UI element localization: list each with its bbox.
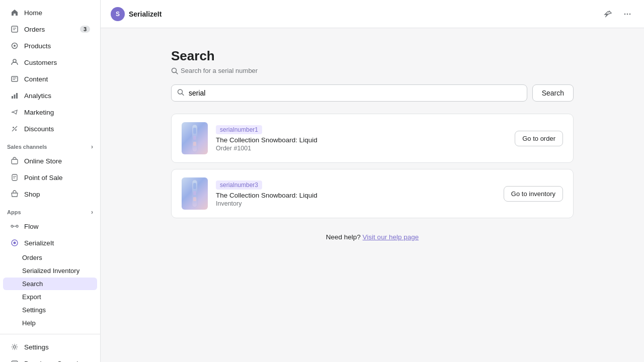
svg-rect-11 bbox=[16, 93, 18, 99]
sidebar-item-orders[interactable]: Orders 3 bbox=[3, 21, 97, 37]
svg-point-24 bbox=[14, 346, 16, 348]
sidebar: Home Orders 3 Products Customers Conte bbox=[0, 0, 101, 362]
page-subtitle: Search for a serial number bbox=[171, 67, 574, 74]
apps-chevron[interactable]: › bbox=[91, 209, 93, 216]
svg-point-5 bbox=[13, 59, 16, 62]
products-icon bbox=[10, 41, 19, 50]
result-meta-1: Order #1001 bbox=[216, 145, 507, 152]
pin-button[interactable] bbox=[602, 8, 615, 21]
result-card-2: serialnumber3 The Collection Snowboard: … bbox=[171, 169, 574, 218]
more-options-button[interactable] bbox=[621, 8, 634, 21]
result-info-1: serialnumber1 The Collection Snowboard: … bbox=[216, 125, 507, 152]
content-icon bbox=[10, 74, 19, 83]
result-info-2: serialnumber3 The Collection Snowboard: … bbox=[216, 180, 496, 207]
svg-rect-42 bbox=[193, 183, 196, 189]
svg-rect-43 bbox=[193, 191, 196, 195]
sidebar-item-online-store[interactable]: Online Store bbox=[3, 153, 97, 169]
subtitle-search-icon bbox=[171, 67, 178, 74]
sub-item-help[interactable]: Help bbox=[3, 317, 97, 329]
svg-point-19 bbox=[11, 225, 13, 227]
marketing-icon bbox=[10, 108, 19, 117]
discounts-icon bbox=[10, 124, 19, 133]
svg-rect-9 bbox=[12, 96, 13, 99]
product-name-1: The Collection Snowboard: Liquid bbox=[216, 136, 507, 144]
sidebar-item-serializeit[interactable]: SerializeIt bbox=[3, 235, 97, 251]
sub-item-orders[interactable]: Orders bbox=[3, 251, 97, 264]
apps-section: Apps › bbox=[0, 203, 100, 218]
search-row: Search bbox=[171, 84, 574, 102]
sidebar-item-developer-console[interactable]: Developer Console bbox=[3, 355, 97, 362]
svg-point-23 bbox=[14, 242, 16, 244]
sidebar-item-analytics[interactable]: Analytics bbox=[3, 87, 97, 104]
serial-badge-2: serialnumber3 bbox=[216, 180, 262, 190]
svg-rect-37 bbox=[193, 128, 196, 134]
result-card-1: serialnumber1 The Collection Snowboard: … bbox=[171, 114, 574, 163]
home-icon bbox=[10, 8, 19, 17]
sales-channels-section: Sales channels › bbox=[0, 137, 100, 152]
orders-badge: 3 bbox=[80, 26, 90, 33]
customers-icon bbox=[10, 58, 19, 67]
search-input[interactable] bbox=[171, 84, 527, 102]
sidebar-item-settings-footer[interactable]: Settings bbox=[3, 339, 97, 355]
sub-item-search[interactable]: Search bbox=[3, 278, 97, 290]
help-section: Need help? Visit our help page bbox=[171, 233, 574, 241]
svg-rect-38 bbox=[193, 136, 196, 140]
topbar: S SerializeIt bbox=[101, 0, 644, 28]
topbar-app-icon: S bbox=[111, 7, 125, 21]
sub-item-serialized-inventory[interactable]: Serialized Inventory bbox=[3, 264, 97, 277]
sub-item-settings[interactable]: Settings bbox=[3, 304, 97, 316]
svg-rect-10 bbox=[14, 95, 16, 99]
sidebar-item-discounts[interactable]: Discounts bbox=[3, 121, 97, 137]
serializeit-icon bbox=[10, 238, 19, 247]
svg-line-27 bbox=[605, 16, 607, 17]
topbar-title: SerializeIt bbox=[129, 10, 162, 18]
svg-line-34 bbox=[182, 94, 184, 96]
go-to-inventory-button[interactable]: Go to inventory bbox=[504, 186, 563, 202]
flow-icon bbox=[10, 222, 19, 231]
sidebar-item-content[interactable]: Content bbox=[3, 71, 97, 87]
orders-icon bbox=[10, 25, 19, 34]
topbar-right bbox=[602, 8, 634, 21]
svg-point-13 bbox=[15, 129, 17, 131]
point-of-sale-icon bbox=[10, 173, 19, 182]
svg-point-28 bbox=[624, 13, 626, 15]
main-area: S SerializeIt Search Search for a serial… bbox=[101, 0, 644, 362]
svg-point-29 bbox=[627, 13, 628, 15]
sub-item-export[interactable]: Export bbox=[3, 291, 97, 303]
analytics-icon bbox=[10, 91, 19, 100]
shop-icon bbox=[10, 190, 19, 199]
online-store-icon bbox=[10, 156, 19, 165]
svg-point-4 bbox=[14, 45, 16, 47]
sales-channels-chevron[interactable]: › bbox=[91, 143, 93, 150]
svg-rect-44 bbox=[193, 197, 196, 201]
settings-icon bbox=[10, 342, 19, 351]
sidebar-item-flow[interactable]: Flow bbox=[3, 218, 97, 234]
developer-console-icon bbox=[10, 359, 19, 362]
product-name-2: The Collection Snowboard: Liquid bbox=[216, 192, 496, 199]
svg-point-12 bbox=[13, 127, 14, 128]
results-list: serialnumber1 The Collection Snowboard: … bbox=[171, 114, 574, 218]
result-meta-2: Inventory bbox=[216, 200, 496, 207]
svg-point-20 bbox=[16, 225, 18, 227]
serial-badge-1: serialnumber1 bbox=[216, 125, 262, 134]
svg-rect-6 bbox=[12, 76, 18, 81]
sidebar-item-customers[interactable]: Customers bbox=[3, 54, 97, 70]
sidebar-item-shop[interactable]: Shop bbox=[3, 186, 97, 202]
go-to-order-button[interactable]: Go to order bbox=[515, 131, 563, 146]
product-image-2 bbox=[182, 177, 208, 210]
help-link[interactable]: Visit our help page bbox=[363, 233, 419, 241]
sidebar-item-marketing[interactable]: Marketing bbox=[3, 104, 97, 120]
sidebar-item-home[interactable]: Home bbox=[3, 5, 97, 21]
svg-point-30 bbox=[629, 13, 631, 15]
sidebar-item-point-of-sale[interactable]: Point of Sale bbox=[3, 169, 97, 186]
svg-rect-39 bbox=[193, 142, 196, 146]
search-input-wrap bbox=[171, 84, 527, 102]
page-title: Search bbox=[171, 48, 574, 64]
sidebar-item-products[interactable]: Products bbox=[3, 38, 97, 54]
search-button[interactable]: Search bbox=[532, 84, 574, 102]
search-field-icon bbox=[177, 89, 184, 98]
svg-rect-0 bbox=[12, 26, 18, 32]
svg-rect-16 bbox=[12, 174, 17, 180]
product-image-1 bbox=[182, 122, 208, 154]
svg-line-32 bbox=[176, 72, 178, 74]
